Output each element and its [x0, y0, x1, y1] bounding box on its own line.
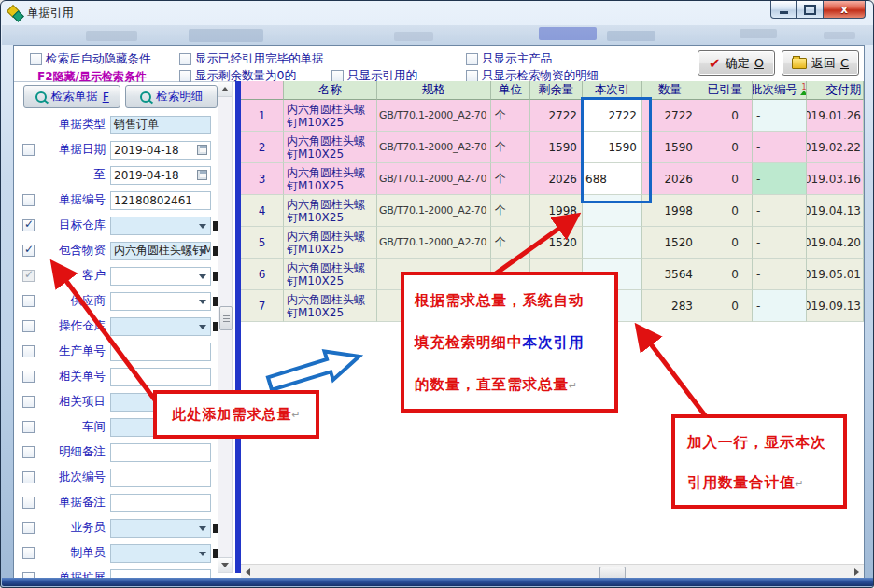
header-batch-no[interactable]: 批次编号 1 — [753, 81, 807, 100]
cell-spec[interactable]: GB/T70.1-2000_A2-70 — [377, 132, 491, 163]
field-input[interactable] — [110, 443, 211, 462]
checkbox-icon[interactable] — [30, 53, 42, 65]
field-checkbox[interactable] — [22, 270, 35, 282]
cell-batch-no[interactable]: - — [753, 132, 807, 163]
title-bar[interactable]: 单据引用 x — [1, 1, 873, 25]
cell-row-number[interactable]: 1 — [241, 100, 284, 132]
header-referenced[interactable]: 已引量 — [698, 81, 753, 100]
return-button[interactable]: 返回 C — [782, 50, 859, 76]
scroll-up-button[interactable] — [218, 82, 232, 97]
field-input[interactable] — [110, 469, 211, 487]
cell-referenced[interactable]: 0 — [698, 290, 753, 322]
scroll-left-button[interactable] — [242, 566, 254, 579]
field-checkbox[interactable] — [22, 522, 35, 534]
cell-name[interactable]: 内六角圆柱头螺钉M10X25 — [284, 100, 377, 132]
search-documents-button[interactable]: 检索单据 F — [23, 85, 120, 108]
field-checkbox[interactable] — [22, 295, 35, 307]
header-due-date[interactable]: 交付期 — [807, 81, 864, 100]
cell-unit[interactable]: 个 — [491, 195, 530, 227]
cell-due-date[interactable]: 2019.09.13 — [807, 290, 864, 322]
cell-row-number[interactable]: 6 — [241, 259, 284, 290]
field-input[interactable] — [110, 267, 211, 286]
maximize-button[interactable] — [797, 1, 824, 19]
cell-name[interactable]: 内六角圆柱头螺钉M10X25 — [284, 259, 377, 290]
cell-due-date[interactable]: 2019.02.22 — [807, 132, 864, 163]
cell-remaining[interactable]: 1998 — [530, 195, 583, 227]
cell-row-number[interactable]: 4 — [241, 195, 284, 227]
checkbox-auto-hide[interactable]: 检索后自动隐藏条件 — [30, 51, 151, 67]
field-checkbox[interactable] — [22, 396, 35, 408]
cell-due-date[interactable]: 2019.01.26 — [807, 100, 864, 132]
header-row-number[interactable]: - — [241, 81, 284, 100]
cell-remaining[interactable]: 1520 — [530, 227, 583, 259]
field-checkbox[interactable] — [22, 421, 35, 433]
cell-name[interactable]: 内六角圆柱头螺钉M10X25 — [284, 132, 377, 163]
cell-name[interactable]: 内六角圆柱头螺钉M10X25 — [284, 195, 377, 227]
checkbox-icon[interactable] — [179, 53, 191, 65]
cell-unit[interactable]: 个 — [491, 100, 530, 132]
cell-referenced[interactable]: 0 — [698, 259, 753, 290]
cell-remaining[interactable]: 1590 — [530, 132, 583, 163]
cell-quantity[interactable]: 1520 — [642, 227, 698, 259]
cell-referenced[interactable]: 0 — [698, 100, 753, 132]
field-checkbox[interactable] — [22, 446, 35, 458]
cell-name[interactable]: 内六角圆柱头螺钉M10X25 — [284, 163, 377, 195]
cell-referenced[interactable]: 0 — [698, 195, 753, 227]
field-input[interactable] — [110, 494, 211, 512]
field-input[interactable] — [110, 519, 211, 538]
field-checkbox[interactable] — [22, 497, 35, 509]
cell-quantity[interactable]: 283 — [642, 290, 698, 322]
cell-spec[interactable]: GB/T70.1-2000_A2-70 — [377, 195, 491, 227]
cell-name[interactable]: 内六角圆柱头螺钉M10X25 — [284, 227, 377, 259]
field-input[interactable] — [110, 317, 211, 336]
field-checkbox[interactable] — [22, 547, 35, 559]
field-input[interactable]: 2019-04-18 — [110, 141, 211, 160]
cell-due-date[interactable]: 2019.04.13 — [807, 195, 864, 227]
checkbox-icon[interactable] — [466, 53, 478, 65]
left-panel-scrollbar[interactable] — [218, 81, 233, 573]
cell-unit[interactable]: 个 — [491, 132, 530, 163]
header-name[interactable]: 名称 — [284, 81, 377, 100]
header-unit[interactable]: 单位 — [491, 81, 530, 100]
cell-batch-no[interactable]: - — [753, 227, 807, 259]
field-checkbox[interactable] — [22, 320, 35, 332]
close-button[interactable]: x — [824, 1, 866, 19]
table-row[interactable]: 5 内六角圆柱头螺钉M10X25 GB/T70.1-2000_A2-70 个 1… — [241, 227, 864, 259]
cell-spec[interactable]: GB/T70.1-2000_A2-70 — [377, 163, 491, 195]
field-input[interactable] — [110, 292, 211, 311]
cell-quantity[interactable]: 3564 — [642, 259, 698, 290]
cell-batch-no[interactable]: - — [753, 259, 807, 290]
cell-due-date[interactable]: 2019.05.01 — [807, 259, 864, 290]
header-spec[interactable]: 规格 — [377, 81, 491, 100]
cell-row-number[interactable]: 5 — [241, 227, 284, 259]
cell-referenced[interactable]: 0 — [698, 132, 753, 163]
cell-row-number[interactable]: 2 — [241, 132, 284, 163]
cell-batch-no[interactable]: - — [753, 163, 807, 195]
scrollbar-thumb[interactable] — [219, 306, 233, 330]
field-checkbox[interactable] — [22, 471, 35, 483]
cell-batch-no[interactable]: - — [753, 290, 807, 322]
field-input[interactable] — [110, 544, 211, 563]
cell-batch-no[interactable]: - — [753, 100, 807, 132]
cell-due-date[interactable]: 2019.03.16 — [807, 163, 864, 195]
field-checkbox[interactable] — [22, 144, 35, 156]
minimize-button[interactable] — [770, 1, 797, 19]
cell-due-date[interactable]: 2019.04.20 — [807, 227, 864, 259]
cell-row-number[interactable]: 7 — [241, 290, 284, 322]
field-checkbox[interactable] — [22, 345, 35, 357]
table-row[interactable]: 2 内六角圆柱头螺钉M10X25 GB/T70.1-2000_A2-70 个 1… — [241, 132, 864, 163]
search-detail-button[interactable]: 检索明细 — [125, 85, 218, 108]
checkbox-only-main-product[interactable]: 只显示主产品 — [466, 51, 552, 67]
cell-this-reference[interactable] — [583, 227, 642, 259]
cell-referenced[interactable]: 0 — [698, 163, 753, 195]
field-input[interactable] — [110, 368, 211, 386]
field-input[interactable]: 12180802461 — [110, 191, 211, 210]
field-checkbox[interactable] — [22, 194, 35, 206]
cell-unit[interactable]: 个 — [491, 227, 530, 259]
cell-remaining[interactable]: 2026 — [530, 163, 583, 195]
field-input[interactable]: 销售订单 — [110, 116, 211, 134]
field-checkbox[interactable] — [22, 245, 35, 257]
ok-button[interactable]: ✔ 确定 O — [698, 50, 775, 76]
cell-unit[interactable]: 个 — [491, 163, 530, 195]
scroll-down-button[interactable] — [218, 557, 232, 572]
